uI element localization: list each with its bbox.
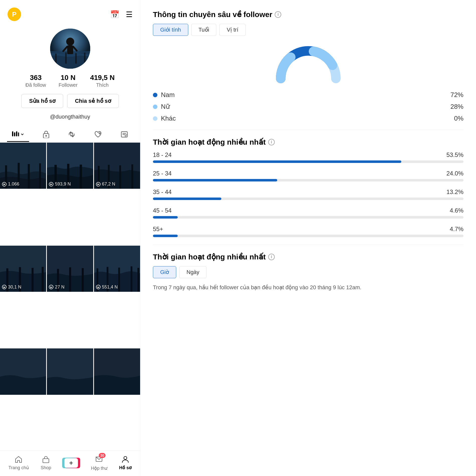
svg-rect-44 bbox=[82, 268, 84, 292]
likes-value: 419,5 N bbox=[90, 74, 115, 82]
legend-label-nam: Nam bbox=[161, 91, 175, 99]
time-filter-tabs: Giờ Ngày bbox=[153, 266, 463, 278]
bar-track-1 bbox=[153, 160, 463, 163]
divider-2 bbox=[153, 245, 463, 245]
play-icon: ▶ bbox=[2, 285, 7, 289]
svg-rect-9 bbox=[84, 53, 85, 64]
nav-add[interactable]: + bbox=[63, 458, 79, 468]
tab-grid[interactable] bbox=[7, 127, 29, 141]
tab-repost[interactable] bbox=[63, 127, 80, 142]
svg-rect-26 bbox=[39, 163, 41, 189]
play-icon: ▶ bbox=[49, 285, 53, 289]
video-cell-7[interactable] bbox=[0, 348, 46, 395]
bar-fill-4 bbox=[153, 216, 178, 219]
video-cell-9[interactable] bbox=[94, 348, 140, 395]
bar-label-4: 45 - 54 bbox=[153, 207, 172, 214]
legend-pct-nu: 28% bbox=[450, 103, 463, 111]
svg-rect-50 bbox=[137, 268, 139, 292]
time-description: Trong 7 ngày qua, hầu hết follower của b… bbox=[153, 283, 463, 292]
bar-fill-2 bbox=[153, 179, 277, 181]
stats-row: 363 Đã follow 10 N Follower 419,5 N Thíc… bbox=[26, 74, 115, 88]
nav-shop-label: Shop bbox=[41, 465, 51, 470]
svg-rect-8 bbox=[75, 53, 77, 64]
legend-pct-nam: 72% bbox=[450, 91, 463, 99]
svg-rect-48 bbox=[118, 267, 120, 292]
edit-profile-button[interactable]: Sửa hồ sơ bbox=[21, 94, 63, 108]
bar-track-2 bbox=[153, 179, 463, 181]
time-tab-hour[interactable]: Giờ bbox=[153, 266, 176, 278]
video-cell-1[interactable]: ▶ 1.066 bbox=[0, 143, 46, 189]
tab-private[interactable] bbox=[38, 127, 54, 142]
add-button[interactable]: + bbox=[63, 458, 79, 468]
bar-track-3 bbox=[153, 198, 463, 200]
nav-profile-label: Hồ sơ bbox=[119, 465, 132, 470]
divider-1 bbox=[153, 130, 463, 130]
video-cell-4[interactable]: ▶ 30,1 N bbox=[0, 246, 46, 292]
nav-home[interactable]: Trang chủ bbox=[9, 455, 29, 470]
nav-shop[interactable]: Shop bbox=[41, 456, 51, 470]
time-section-title: Thời gian hoạt động nhiều nhất i bbox=[153, 252, 463, 261]
svg-rect-6 bbox=[55, 54, 57, 64]
logo-icon: P bbox=[8, 8, 21, 21]
video-views-1: ▶ 1.066 bbox=[2, 181, 19, 187]
filter-tabs: Giới tính Tuổi Vị trí bbox=[153, 24, 463, 36]
svg-rect-54 bbox=[43, 459, 49, 463]
tab-bar bbox=[0, 127, 140, 143]
bar-row-2: 25 - 34 24.0% bbox=[153, 170, 463, 181]
svg-rect-35 bbox=[131, 164, 133, 189]
add-icon: + bbox=[64, 458, 78, 468]
play-icon: ▶ bbox=[96, 285, 101, 289]
bar-pct-5: 4.7% bbox=[450, 226, 463, 233]
inbox-badge-count: 30 bbox=[99, 453, 106, 458]
gender-legend: Nam 72% Nữ 28% Khác 0% bbox=[153, 91, 463, 122]
tab-liked[interactable] bbox=[89, 127, 107, 142]
svg-rect-13 bbox=[18, 132, 19, 136]
svg-rect-3 bbox=[67, 45, 73, 54]
video-cell-8[interactable] bbox=[47, 348, 93, 395]
menu-icon[interactable]: ☰ bbox=[126, 10, 133, 19]
svg-rect-10 bbox=[12, 131, 13, 136]
follower-label: Follower bbox=[59, 82, 78, 88]
follower-info-icon[interactable]: i bbox=[275, 11, 281, 18]
svg-rect-34 bbox=[119, 165, 121, 189]
tab-tagged[interactable] bbox=[116, 127, 133, 142]
filter-tab-age[interactable]: Tuổi bbox=[191, 24, 217, 36]
nav-inbox[interactable]: 30 Hộp thư bbox=[91, 455, 107, 471]
bar-pct-4: 4.6% bbox=[450, 207, 463, 214]
calendar-icon[interactable]: 📅 bbox=[110, 10, 119, 19]
legend-row-nam: Nam 72% bbox=[153, 91, 463, 99]
svg-rect-11 bbox=[14, 132, 15, 136]
stat-follow: 363 Đã follow bbox=[26, 74, 46, 88]
right-panel: Thông tin chuyên sâu về follower i Giới … bbox=[140, 0, 476, 476]
stat-likes: 419,5 N Thích bbox=[90, 74, 115, 88]
time-section: Thời gian hoạt động nhiều nhất i Giờ Ngà… bbox=[153, 252, 463, 292]
legend-row-khac: Khác 0% bbox=[153, 115, 463, 122]
video-cell-3[interactable]: ▶ 67,2 N bbox=[94, 143, 140, 189]
video-cell-5[interactable]: ▶ 27 N bbox=[47, 246, 93, 292]
bar-label-2: 25 - 34 bbox=[153, 170, 172, 177]
top-bar: P 📅 ☰ bbox=[0, 0, 140, 24]
legend-pct-khac: 0% bbox=[454, 115, 463, 122]
username: @duongthaithuy bbox=[50, 114, 90, 120]
bar-row-1: 18 - 24 53.5% bbox=[153, 151, 463, 163]
time-info-icon[interactable]: i bbox=[268, 254, 275, 260]
video-cell-2[interactable]: ▶ 593,9 N bbox=[47, 143, 93, 189]
bar-label-1: 18 - 24 bbox=[153, 151, 172, 158]
filter-tab-gender[interactable]: Giới tính bbox=[153, 24, 188, 36]
follow-label: Đã follow bbox=[26, 82, 46, 88]
bar-label-3: 35 - 44 bbox=[153, 188, 172, 196]
video-cell-6[interactable]: ▶ 551,4 N bbox=[94, 246, 140, 292]
share-profile-button[interactable]: Chia sẻ hồ sơ bbox=[67, 94, 119, 108]
video-views-4: ▶ 30,1 N bbox=[2, 284, 21, 290]
filter-tab-location[interactable]: Vị trí bbox=[219, 24, 245, 36]
age-info-icon[interactable]: i bbox=[268, 139, 275, 145]
video-views-5: ▶ 27 N bbox=[49, 284, 64, 290]
bar-fill-3 bbox=[153, 198, 221, 200]
video-views-3: ▶ 67,2 N bbox=[96, 181, 115, 187]
nav-profile[interactable]: Hồ sơ bbox=[119, 455, 132, 470]
svg-rect-30 bbox=[80, 165, 82, 189]
time-tab-day[interactable]: Ngày bbox=[179, 266, 207, 278]
video-grid: ▶ 1.066 ▶ 593,9 N bbox=[0, 143, 140, 451]
video-views-2: ▶ 593,9 N bbox=[49, 181, 71, 187]
legend-dot-nam bbox=[153, 93, 157, 97]
